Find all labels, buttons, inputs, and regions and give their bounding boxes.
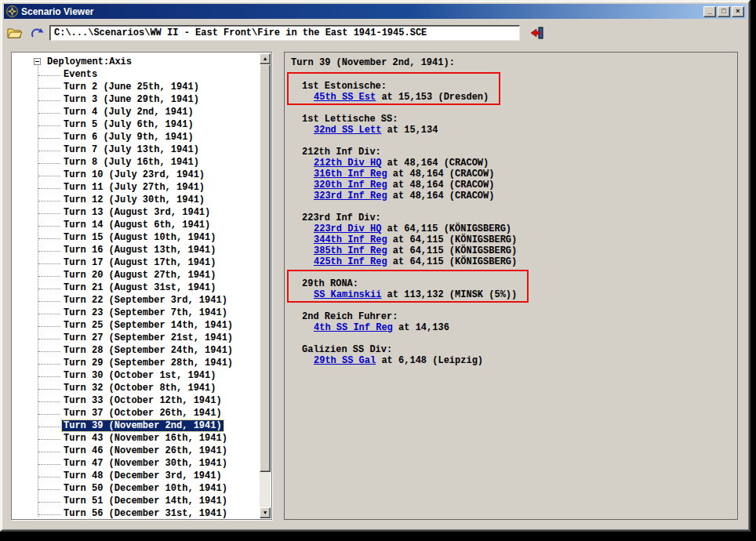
unit-link[interactable]: 32nd SS Lett (314, 125, 381, 136)
unit-link[interactable]: 320th Inf Reg (314, 180, 387, 191)
tree-item-label: Turn 50 (December 10th, 1941) (62, 483, 229, 494)
app-icon (6, 5, 18, 17)
unit-group-title: 1st Lettische SS: (302, 114, 438, 125)
unit-group-title: 1st Estonische: (302, 81, 489, 92)
tree-item[interactable]: Turn 15 (August 10th, 1941) (12, 232, 260, 245)
tree-item[interactable]: Turn 33 (October 12th, 1941) (12, 395, 260, 408)
unit-location-text: at 64,115 (KÖNIGSBERG) (387, 245, 518, 256)
unit-link[interactable]: 4th SS Inf Reg (314, 322, 393, 333)
tree-item-label: Events (62, 69, 99, 80)
tree-item[interactable]: Turn 3 (June 29th, 1941) (12, 94, 260, 107)
tree-item[interactable]: Turn 28 (September 24th, 1941) (12, 345, 260, 358)
unit-group: 2nd Reich Fuhrer: 4th SS Inf Reg at 14,1… (302, 311, 449, 333)
tree-item[interactable]: Turn 29 (September 28th, 1941) (12, 358, 260, 370)
tree-item-label: Turn 13 (August 3rd, 1941) (62, 207, 212, 218)
tree-item[interactable]: Turn 37 (October 26th, 1941) (12, 408, 260, 420)
tree-item[interactable]: Turn 16 (August 13th, 1941) (12, 245, 260, 257)
tree-item[interactable]: Turn 21 (August 31st, 1941) (12, 282, 260, 295)
minimize-button[interactable]: _ (703, 6, 716, 17)
unit-link[interactable]: 316th Inf Reg (314, 169, 387, 180)
tree-item-label: Turn 5 (July 6th, 1941) (62, 119, 195, 130)
scrollbar-thumb[interactable] (260, 64, 271, 472)
unit-line: 4th SS Inf Reg at 14,136 (314, 322, 449, 333)
unit-link[interactable]: 323rd Inf Reg (314, 191, 387, 202)
unit-link[interactable]: 212th Div HQ (314, 158, 381, 169)
unit-line: 45th SS Est at 15,153 (Dresden) (314, 92, 489, 103)
tree-item[interactable]: Turn 6 (July 9th, 1941) (12, 132, 260, 144)
tree-item[interactable]: Turn 14 (August 6th, 1941) (12, 220, 260, 232)
tree-item[interactable]: Turn 2 (June 25th, 1941) (12, 82, 260, 94)
tree-item-label: Turn 4 (July 2nd, 1941) (62, 107, 195, 118)
tree-item[interactable]: Turn 5 (July 6th, 1941) (12, 119, 260, 132)
unit-line: 320th Inf Reg at 48,164 (CRACOW) (314, 180, 494, 191)
unit-link[interactable]: 223rd Div HQ (314, 223, 381, 234)
unit-line: 212th Div HQ at 48,164 (CRACOW) (314, 158, 494, 169)
tree-item[interactable]: Turn 30 (October 1st, 1941) (12, 370, 260, 383)
collapse-minus-icon[interactable] (34, 58, 41, 65)
unit-group-title: 212th Inf Div: (302, 147, 494, 158)
exit-door-icon (530, 27, 544, 39)
unit-link[interactable]: 29th SS Gal (314, 355, 376, 366)
tree-item[interactable]: Turn 11 (July 27th, 1941) (12, 182, 260, 194)
tree-item[interactable]: Turn 56 (December 31st, 1941) (12, 508, 260, 519)
unit-group: 223rd Inf Div: 223rd Div HQ at 64,115 (K… (302, 212, 517, 267)
tree-item[interactable]: Events (12, 69, 260, 82)
tree-item[interactable]: Turn 22 (September 3rd, 1941) (12, 295, 260, 307)
unit-line: 29th SS Gal at 6,148 (Leipzig) (314, 355, 483, 366)
tree-item[interactable]: Turn 25 (September 14th, 1941) (12, 320, 260, 332)
tree-item[interactable]: Turn 20 (August 27th, 1941) (12, 270, 260, 282)
detail-groups: 1st Estonische: 45th SS Est at 15,153 (D… (291, 81, 731, 366)
unit-group: 29th RONA: SS Kaminskii at 113,132 (MINS… (302, 278, 517, 300)
unit-link[interactable]: 425th Inf Reg (314, 256, 387, 267)
close-button[interactable]: × (732, 6, 744, 17)
tree-item-label: Turn 25 (September 14th, 1941) (62, 320, 234, 331)
tree-item-label: Turn 30 (October 1st, 1941) (62, 370, 217, 381)
maximize-button[interactable]: □ (718, 6, 730, 17)
tree-item[interactable]: Turn 23 (September 7th, 1941) (12, 307, 260, 320)
tree-item-label: Turn 23 (September 7th, 1941) (62, 307, 229, 318)
tree-item-label: Turn 56 (December 31st, 1941) (62, 508, 229, 519)
tree-item-label: Turn 8 (July 16th, 1941) (62, 157, 201, 168)
tree-item-label: Turn 12 (July 30th, 1941) (62, 194, 206, 205)
scroll-down-icon[interactable]: ▼ (260, 507, 271, 518)
tree-item[interactable]: Turn 7 (July 13th, 1941) (12, 144, 260, 157)
tree-item-label: Turn 29 (September 28th, 1941) (62, 358, 234, 369)
tree-item-label: Turn 43 (November 16th, 1941) (62, 433, 229, 444)
window-title: Scenario Viewer (21, 6, 702, 17)
tree-item-label: Turn 46 (November 26th, 1941) (62, 445, 229, 456)
tree-root-item[interactable]: Deployment:Axis (12, 56, 260, 69)
tree-item[interactable]: Turn 47 (November 30th, 1941) (12, 458, 260, 470)
reload-button[interactable] (26, 24, 48, 42)
tree-item[interactable]: Turn 8 (July 16th, 1941) (12, 157, 260, 169)
exit-button[interactable] (526, 24, 548, 42)
unit-link[interactable]: SS Kaminskii (314, 289, 381, 300)
tree-item[interactable]: Turn 12 (July 30th, 1941) (12, 194, 260, 207)
open-scenario-button[interactable] (4, 24, 26, 42)
tree-item[interactable]: Turn 46 (November 26th, 1941) (12, 445, 260, 458)
titlebar: Scenario Viewer _ □ × (4, 4, 747, 19)
unit-link[interactable]: 385th Inf Reg (314, 245, 387, 256)
scenario-path-input[interactable] (49, 25, 520, 41)
tree-item[interactable]: Turn 4 (July 2nd, 1941) (12, 107, 260, 119)
tree-item[interactable]: Turn 50 (December 10th, 1941) (12, 483, 260, 496)
unit-line: 223rd Div HQ at 64,115 (KÖNIGSBERG) (314, 223, 517, 234)
scroll-up-icon[interactable]: ▲ (260, 53, 271, 64)
unit-group: 1st Estonische: 45th SS Est at 15,153 (D… (302, 81, 489, 103)
tree-item[interactable]: Turn 27 (September 21st, 1941) (12, 332, 260, 345)
tree-item[interactable]: Turn 43 (November 16th, 1941) (12, 433, 260, 445)
tree-item[interactable]: Turn 51 (December 14th, 1941) (12, 496, 260, 508)
tree-item[interactable]: Turn 13 (August 3rd, 1941) (12, 207, 260, 220)
unit-group-title: 2nd Reich Fuhrer: (302, 311, 449, 322)
tree-item[interactable]: Turn 39 (November 2nd, 1941) (12, 420, 260, 433)
tree-item[interactable]: Turn 32 (October 8th, 1941) (12, 383, 260, 395)
tree-item[interactable]: Turn 17 (August 17th, 1941) (12, 257, 260, 270)
unit-location-text: at 14,136 (393, 322, 449, 333)
tree-item-label: Turn 27 (September 21st, 1941) (62, 332, 234, 343)
tree-item-label: Turn 51 (December 14th, 1941) (62, 496, 229, 507)
tree-item[interactable]: Turn 48 (December 3rd, 1941) (12, 470, 260, 483)
tree-scrollbar[interactable]: ▲ ▼ (260, 53, 271, 518)
tree-item-label: Turn 39 (November 2nd, 1941) (62, 420, 224, 431)
tree-item[interactable]: Turn 10 (July 23rd, 1941) (12, 169, 260, 182)
unit-link[interactable]: 45th SS Est (314, 92, 376, 103)
unit-link[interactable]: 344th Inf Reg (314, 234, 387, 245)
